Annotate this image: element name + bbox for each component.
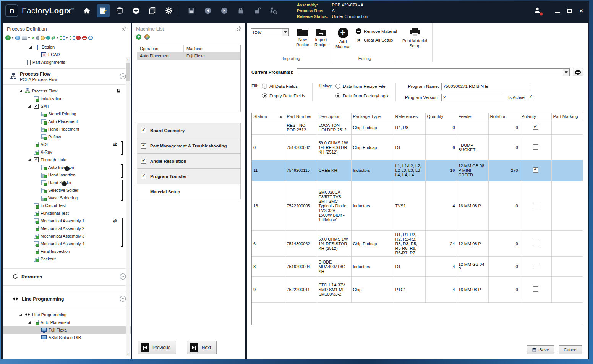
next-button[interactable]: Next: [187, 341, 217, 354]
tree-item-fuji-flexa[interactable]: Fuji Flexa: [3, 326, 131, 334]
table-row-selected[interactable]: 117546200115CREE KHInductorsL1, L1-L2, L…: [252, 160, 583, 181]
tree-item-ecad[interactable]: ECAD: [3, 51, 131, 58]
column-header-part-marking[interactable]: Part Marking: [551, 113, 583, 120]
database-icon[interactable]: [113, 4, 126, 17]
table-row[interactable]: 87516200004DIODE MRA4007T3G KHInductorsD…: [252, 257, 583, 277]
expander-icon[interactable]: [27, 104, 32, 108]
polarity-checkbox[interactable]: [533, 167, 538, 173]
expander-icon[interactable]: [18, 89, 23, 93]
tree-item-asm-siplace-oib[interactable]: ASM Siplace OIB: [3, 334, 131, 341]
column-header-polarity[interactable]: Polarity: [520, 113, 551, 120]
tree-item-mechanical-assembly-2[interactable]: Mechanical Assembly 2: [3, 225, 131, 232]
tree-view-icon[interactable]: [60, 35, 68, 41]
machine-table-row[interactable]: Auto Placement Fuji Flexa: [137, 52, 240, 60]
minimize-button[interactable]: [555, 12, 560, 13]
expand-down-icon[interactable]: [120, 273, 126, 281]
print-icon[interactable]: [22, 35, 30, 41]
pin-icon[interactable]: [237, 26, 241, 32]
column-header-quantity[interactable]: Quantity: [425, 113, 457, 120]
tree-item-auto-placement[interactable]: Auto Placement: [3, 118, 131, 125]
add-material-button[interactable]: Add Material: [332, 28, 353, 49]
add-operation-icon[interactable]: [5, 35, 14, 41]
info-icon[interactable]: [88, 35, 93, 41]
new-recipe-button[interactable]: New Recipe: [293, 28, 312, 47]
audit-icon[interactable]: [36, 35, 39, 41]
column-header-rotation[interactable]: Rotation: [488, 113, 520, 120]
process-search-icon[interactable]: [267, 4, 280, 17]
tree-item-hand-insertion[interactable]: Hand Insertion: [3, 171, 131, 179]
tree-item-aoi[interactable]: AOI: [3, 141, 131, 148]
settings-gear-icon[interactable]: [162, 4, 175, 17]
back-icon[interactable]: [201, 4, 214, 17]
tree-item-packout[interactable]: Packout: [3, 255, 131, 263]
polarity-checkbox[interactable]: [533, 264, 538, 269]
tree-item-mechanical-assembly-3[interactable]: Mechanical Assembly 3: [3, 232, 131, 240]
tree-item-selective-solder[interactable]: Selective Solder: [3, 186, 131, 194]
paint-icon[interactable]: [46, 35, 50, 41]
table-row[interactable]: 0751430006259.0 OHMS 1W 1% RESISTOR KH (…: [252, 135, 583, 160]
tree-item-hand-solder[interactable]: Hand Solder: [3, 179, 131, 186]
remove-program-button[interactable]: [573, 68, 583, 76]
polarity-checkbox[interactable]: [533, 144, 538, 150]
maximize-button[interactable]: [567, 9, 572, 13]
tree-item-process-flow[interactable]: Process Flow: [3, 87, 131, 95]
scroll-down-icon[interactable]: ▼: [126, 353, 130, 356]
program-name-input[interactable]: [441, 83, 530, 90]
close-button[interactable]: ×: [579, 8, 583, 14]
lock-icon[interactable]: [234, 4, 247, 17]
tree-item-part-assignments[interactable]: Part Assignments: [3, 58, 131, 66]
step-checkbox[interactable]: [141, 174, 146, 179]
remove-icon[interactable]: [82, 35, 87, 41]
scroll-up-icon[interactable]: ▲: [126, 58, 130, 61]
polarity-checkbox[interactable]: [533, 125, 538, 130]
column-header-part-number[interactable]: Part Number: [285, 113, 317, 120]
tree-item-hand-placement[interactable]: Hand Placement: [3, 125, 131, 133]
column-header-machine[interactable]: Machine: [184, 45, 240, 52]
current-programs-select[interactable]: [296, 68, 570, 76]
line-programming-section-header[interactable]: Line Programming: [3, 291, 131, 307]
machine-settings-icon[interactable]: [144, 34, 150, 40]
user-session-icon[interactable]: [533, 6, 541, 15]
file-format-select[interactable]: CSV: [251, 28, 289, 36]
tree-item-mechanical-assembly-4[interactable]: Mechanical Assembly 4: [3, 240, 131, 248]
tree-item-mechanical-assembly-1[interactable]: Mechanical Assembly 1: [3, 217, 131, 225]
step-checkbox[interactable]: [141, 159, 146, 164]
save-button[interactable]: Save: [527, 345, 554, 354]
polarity-checkbox[interactable]: [533, 241, 538, 246]
tree-item-final-inspection[interactable]: Final Inspection: [3, 248, 131, 255]
cancel-button[interactable]: Cancel: [559, 345, 582, 354]
home-icon[interactable]: [80, 4, 93, 17]
table-row[interactable]: 97522200011PTC 1.1A 33V SMD SM1 MF-SM100…: [252, 277, 583, 303]
is-active-checkbox[interactable]: [528, 95, 533, 100]
print-material-setup-button[interactable]: Print Material Setup: [401, 28, 429, 48]
fill-all-data-fields-radio[interactable]: All Data Fields: [262, 84, 305, 89]
documents-icon[interactable]: [146, 4, 159, 17]
unlock-icon[interactable]: [251, 4, 264, 17]
tree-view-alt-icon[interactable]: [70, 35, 75, 41]
column-header-feeder[interactable]: Feeder: [457, 113, 488, 120]
column-header-station[interactable]: Station: [252, 113, 285, 120]
tree-item-line-auto-placement[interactable]: Auto Placement: [3, 319, 131, 326]
reroutes-section-header[interactable]: Reroutes: [3, 268, 131, 286]
data-from-recipe-file-radio[interactable]: Data from Recipe File: [335, 84, 389, 89]
tree-item-design[interactable]: Design: [3, 43, 131, 51]
sync-icon[interactable]: [52, 35, 58, 41]
tree-item-x-ray[interactable]: X-Ray: [3, 148, 131, 156]
add-machine-icon[interactable]: [136, 34, 141, 40]
expander-icon[interactable]: [27, 157, 32, 162]
step-angle-resolution[interactable]: Angle Resolution: [137, 154, 241, 169]
program-version-input[interactable]: [441, 94, 504, 101]
table-row[interactable]: 137522200005SMCJ28CA-E3/57T TVS SMT SMC …: [252, 181, 583, 231]
column-header-references[interactable]: References: [394, 113, 425, 120]
expander-icon[interactable]: [28, 45, 33, 49]
tree-item-line-programming[interactable]: Line Programming: [3, 311, 131, 319]
tree-item-reflow[interactable]: Reflow: [3, 133, 131, 141]
polarity-checkbox[interactable]: [533, 203, 538, 208]
table-row[interactable]: 6751430006259.0 OHMS 1W 1% RESISTOR KH (…: [252, 231, 583, 257]
fill-empty-data-fields-radio[interactable]: Empty Data Fields: [262, 93, 305, 98]
clear-all-setup-button[interactable]: Clear All Setup: [356, 37, 397, 43]
tree-item-stencil-printing[interactable]: Stencil Printing: [3, 110, 131, 118]
process-flow-section-header[interactable]: Process FlowPCBA Process Flow: [3, 68, 131, 85]
column-header-package-type[interactable]: Package Type: [351, 113, 394, 120]
column-header-operation[interactable]: Operation: [137, 45, 184, 52]
